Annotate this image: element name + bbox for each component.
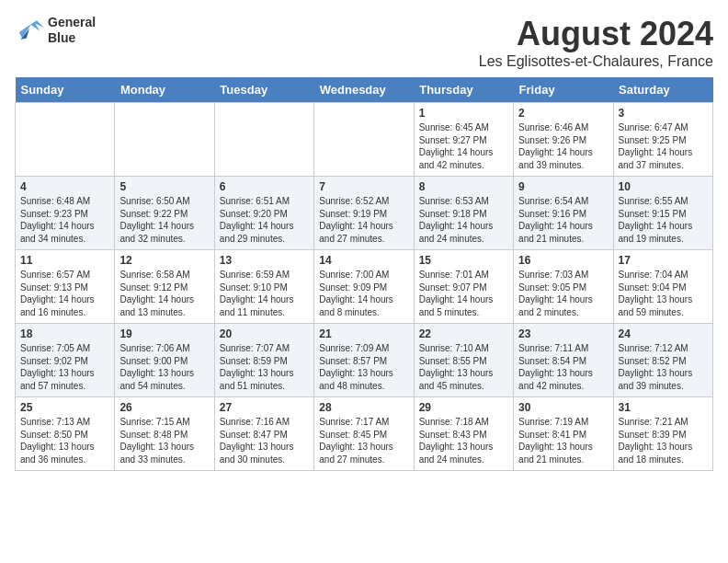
day-number: 6 bbox=[220, 180, 309, 193]
week-row-2: 4Sunrise: 6:48 AM Sunset: 9:23 PM Daylig… bbox=[16, 177, 713, 250]
location-title: Les Eglisottes-et-Chalaures, France bbox=[479, 53, 713, 70]
day-number: 8 bbox=[419, 180, 508, 193]
day-number: 21 bbox=[319, 327, 408, 340]
calendar-cell: 28Sunrise: 7:17 AM Sunset: 8:45 PM Dayli… bbox=[314, 397, 414, 471]
cell-content: Sunrise: 7:16 AM Sunset: 8:47 PM Dayligh… bbox=[220, 416, 309, 465]
calendar-cell: 4Sunrise: 6:48 AM Sunset: 9:23 PM Daylig… bbox=[16, 177, 115, 250]
day-number: 15 bbox=[419, 254, 508, 267]
day-header-monday: Monday bbox=[115, 77, 214, 103]
calendar-cell: 5Sunrise: 6:50 AM Sunset: 9:22 PM Daylig… bbox=[115, 177, 214, 250]
cell-content: Sunrise: 7:09 AM Sunset: 8:57 PM Dayligh… bbox=[319, 342, 408, 392]
day-number: 17 bbox=[619, 254, 708, 267]
calendar-cell: 30Sunrise: 7:19 AM Sunset: 8:41 PM Dayli… bbox=[514, 397, 613, 471]
cell-content: Sunrise: 6:48 AM Sunset: 9:23 PM Dayligh… bbox=[20, 195, 109, 245]
calendar-cell: 13Sunrise: 6:59 AM Sunset: 9:10 PM Dayli… bbox=[214, 250, 313, 324]
cell-content: Sunrise: 7:18 AM Sunset: 8:43 PM Dayligh… bbox=[419, 416, 508, 465]
calendar-cell bbox=[115, 103, 214, 177]
calendar-table: SundayMondayTuesdayWednesdayThursdayFrid… bbox=[15, 77, 713, 471]
day-number: 14 bbox=[319, 254, 408, 267]
week-row-5: 25Sunrise: 7:13 AM Sunset: 8:50 PM Dayli… bbox=[16, 397, 713, 471]
calendar-cell bbox=[214, 103, 313, 177]
calendar-cell: 27Sunrise: 7:16 AM Sunset: 8:47 PM Dayli… bbox=[214, 397, 313, 471]
cell-content: Sunrise: 7:05 AM Sunset: 9:02 PM Dayligh… bbox=[20, 342, 109, 392]
cell-content: Sunrise: 7:15 AM Sunset: 8:48 PM Dayligh… bbox=[119, 416, 209, 465]
day-number: 3 bbox=[619, 107, 708, 120]
day-number: 29 bbox=[419, 401, 508, 414]
cell-content: Sunrise: 6:52 AM Sunset: 9:19 PM Dayligh… bbox=[319, 195, 408, 245]
day-header-thursday: Thursday bbox=[414, 77, 513, 103]
day-header-saturday: Saturday bbox=[613, 77, 712, 103]
svg-marker-0 bbox=[19, 20, 44, 38]
logo-line1: General bbox=[48, 15, 96, 30]
cell-content: Sunrise: 6:51 AM Sunset: 9:20 PM Dayligh… bbox=[220, 195, 309, 245]
month-title: August 2024 bbox=[479, 15, 713, 53]
cell-content: Sunrise: 7:12 AM Sunset: 8:52 PM Dayligh… bbox=[619, 342, 708, 392]
cell-content: Sunrise: 6:54 AM Sunset: 9:16 PM Dayligh… bbox=[518, 195, 608, 245]
day-number: 28 bbox=[319, 401, 408, 414]
day-number: 23 bbox=[518, 327, 608, 340]
logo-icon bbox=[15, 17, 44, 43]
cell-content: Sunrise: 7:04 AM Sunset: 9:04 PM Dayligh… bbox=[619, 269, 708, 318]
calendar-cell: 3Sunrise: 6:47 AM Sunset: 9:25 PM Daylig… bbox=[613, 103, 712, 177]
day-number: 9 bbox=[518, 180, 608, 193]
week-row-1: 1Sunrise: 6:45 AM Sunset: 9:27 PM Daylig… bbox=[16, 103, 713, 177]
cell-content: Sunrise: 6:47 AM Sunset: 9:25 PM Dayligh… bbox=[619, 121, 708, 171]
day-number: 5 bbox=[119, 180, 209, 193]
day-number: 30 bbox=[518, 401, 608, 414]
cell-content: Sunrise: 6:55 AM Sunset: 9:15 PM Dayligh… bbox=[619, 195, 708, 245]
day-number: 2 bbox=[518, 107, 608, 120]
calendar-cell: 8Sunrise: 6:53 AM Sunset: 9:18 PM Daylig… bbox=[414, 177, 513, 250]
cell-content: Sunrise: 6:45 AM Sunset: 9:27 PM Dayligh… bbox=[419, 121, 508, 171]
calendar-cell: 25Sunrise: 7:13 AM Sunset: 8:50 PM Dayli… bbox=[16, 397, 115, 471]
calendar-cell: 14Sunrise: 7:00 AM Sunset: 9:09 PM Dayli… bbox=[314, 250, 414, 324]
day-number: 27 bbox=[220, 401, 309, 414]
cell-content: Sunrise: 7:13 AM Sunset: 8:50 PM Dayligh… bbox=[20, 416, 109, 465]
day-number: 18 bbox=[20, 327, 109, 340]
calendar-cell: 17Sunrise: 7:04 AM Sunset: 9:04 PM Dayli… bbox=[613, 250, 712, 324]
day-number: 4 bbox=[20, 180, 109, 193]
calendar-cell: 21Sunrise: 7:09 AM Sunset: 8:57 PM Dayli… bbox=[314, 324, 414, 397]
logo: General Blue bbox=[15, 15, 96, 46]
cell-content: Sunrise: 7:03 AM Sunset: 9:05 PM Dayligh… bbox=[518, 269, 608, 318]
day-header-friday: Friday bbox=[514, 77, 613, 103]
cell-content: Sunrise: 6:58 AM Sunset: 9:12 PM Dayligh… bbox=[119, 269, 209, 318]
calendar-cell: 23Sunrise: 7:11 AM Sunset: 8:54 PM Dayli… bbox=[514, 324, 613, 397]
calendar-cell: 11Sunrise: 6:57 AM Sunset: 9:13 PM Dayli… bbox=[16, 250, 115, 324]
calendar-cell: 7Sunrise: 6:52 AM Sunset: 9:19 PM Daylig… bbox=[314, 177, 414, 250]
calendar-cell: 19Sunrise: 7:06 AM Sunset: 9:00 PM Dayli… bbox=[115, 324, 214, 397]
week-row-3: 11Sunrise: 6:57 AM Sunset: 9:13 PM Dayli… bbox=[16, 250, 713, 324]
calendar-cell bbox=[16, 103, 115, 177]
cell-content: Sunrise: 7:06 AM Sunset: 9:00 PM Dayligh… bbox=[119, 342, 209, 392]
day-number: 11 bbox=[20, 254, 109, 267]
cell-content: Sunrise: 7:10 AM Sunset: 8:55 PM Dayligh… bbox=[419, 342, 508, 392]
logo-line2: Blue bbox=[48, 30, 96, 46]
day-header-wednesday: Wednesday bbox=[314, 77, 414, 103]
calendar-cell: 24Sunrise: 7:12 AM Sunset: 8:52 PM Dayli… bbox=[613, 324, 712, 397]
cell-content: Sunrise: 7:21 AM Sunset: 8:39 PM Dayligh… bbox=[619, 416, 708, 465]
cell-content: Sunrise: 6:53 AM Sunset: 9:18 PM Dayligh… bbox=[419, 195, 508, 245]
day-number: 20 bbox=[220, 327, 309, 340]
cell-content: Sunrise: 7:01 AM Sunset: 9:07 PM Dayligh… bbox=[419, 269, 508, 318]
day-number: 10 bbox=[619, 180, 708, 193]
cell-content: Sunrise: 7:19 AM Sunset: 8:41 PM Dayligh… bbox=[518, 416, 608, 465]
calendar-cell: 12Sunrise: 6:58 AM Sunset: 9:12 PM Dayli… bbox=[115, 250, 214, 324]
cell-content: Sunrise: 6:59 AM Sunset: 9:10 PM Dayligh… bbox=[220, 269, 309, 318]
day-number: 12 bbox=[119, 254, 209, 267]
day-number: 16 bbox=[518, 254, 608, 267]
calendar-cell: 6Sunrise: 6:51 AM Sunset: 9:20 PM Daylig… bbox=[214, 177, 313, 250]
calendar-cell: 10Sunrise: 6:55 AM Sunset: 9:15 PM Dayli… bbox=[613, 177, 712, 250]
page-header: General Blue August 2024 Les Eglisottes-… bbox=[15, 15, 713, 70]
cell-content: Sunrise: 7:07 AM Sunset: 8:59 PM Dayligh… bbox=[220, 342, 309, 392]
day-number: 25 bbox=[20, 401, 109, 414]
title-area: August 2024 Les Eglisottes-et-Chalaures,… bbox=[479, 15, 713, 70]
calendar-cell: 31Sunrise: 7:21 AM Sunset: 8:39 PM Dayli… bbox=[613, 397, 712, 471]
day-number: 22 bbox=[419, 327, 508, 340]
calendar-cell: 2Sunrise: 6:46 AM Sunset: 9:26 PM Daylig… bbox=[514, 103, 613, 177]
calendar-cell: 9Sunrise: 6:54 AM Sunset: 9:16 PM Daylig… bbox=[514, 177, 613, 250]
calendar-cell: 15Sunrise: 7:01 AM Sunset: 9:07 PM Dayli… bbox=[414, 250, 513, 324]
cell-content: Sunrise: 7:00 AM Sunset: 9:09 PM Dayligh… bbox=[319, 269, 408, 318]
cell-content: Sunrise: 7:17 AM Sunset: 8:45 PM Dayligh… bbox=[319, 416, 408, 465]
calendar-cell: 20Sunrise: 7:07 AM Sunset: 8:59 PM Dayli… bbox=[214, 324, 313, 397]
days-header-row: SundayMondayTuesdayWednesdayThursdayFrid… bbox=[16, 77, 713, 103]
cell-content: Sunrise: 7:11 AM Sunset: 8:54 PM Dayligh… bbox=[518, 342, 608, 392]
